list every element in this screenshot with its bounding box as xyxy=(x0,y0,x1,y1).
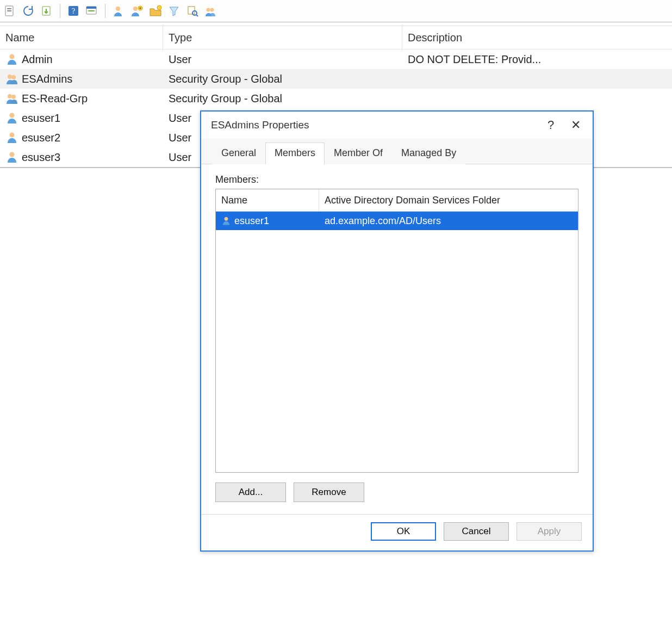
item-type: User xyxy=(169,53,191,66)
list-row[interactable]: ES-Read-GrpSecurity Group - Global xyxy=(0,89,672,108)
help-icon[interactable]: ? xyxy=(66,3,81,18)
list-cell-name: esuser3 xyxy=(0,151,163,164)
member-name-cell: esuser1 xyxy=(216,215,319,227)
item-name: esuser1 xyxy=(22,112,60,125)
list-cell-name: esuser1 xyxy=(0,112,163,125)
svg-point-18 xyxy=(10,54,15,59)
new-folder-icon[interactable] xyxy=(148,3,163,18)
member-folder: ad.example.com/AD/Users xyxy=(325,215,441,227)
dialog-tabs: General Members Member Of Managed By xyxy=(201,139,593,164)
svg-point-10 xyxy=(133,7,138,11)
svg-point-21 xyxy=(8,94,12,98)
page-icon[interactable] xyxy=(2,3,17,18)
item-name: ES-Read-Grp xyxy=(22,92,88,105)
members-row[interactable]: esuser1ad.example.com/AD/Users xyxy=(216,212,578,230)
svg-rect-13 xyxy=(188,7,195,14)
find-icon[interactable] xyxy=(185,3,200,18)
list-cell-name: ESAdmins xyxy=(0,72,163,85)
members-label: Members: xyxy=(215,174,578,185)
help-button[interactable]: ? xyxy=(538,114,563,136)
svg-point-20 xyxy=(11,75,16,79)
item-name: esuser2 xyxy=(22,132,60,144)
apply-button: Apply xyxy=(517,522,582,541)
svg-point-25 xyxy=(10,152,15,157)
svg-point-9 xyxy=(116,7,120,11)
members-button-row: Add... Remove xyxy=(215,482,578,502)
remove-button[interactable]: Remove xyxy=(294,482,364,502)
member-folder-cell: ad.example.com/AD/Users xyxy=(319,215,578,227)
refresh-icon[interactable] xyxy=(21,3,36,18)
members-col-name[interactable]: Name xyxy=(216,189,319,211)
column-header-description[interactable]: Description xyxy=(402,24,672,51)
svg-rect-2 xyxy=(7,10,11,11)
list-cell-name: esuser2 xyxy=(0,131,163,144)
properties-icon[interactable] xyxy=(84,3,99,18)
export-icon[interactable] xyxy=(39,3,54,18)
tab-managed-by[interactable]: Managed By xyxy=(392,143,465,164)
item-name: Admin xyxy=(22,53,53,66)
item-type: User xyxy=(169,151,191,164)
column-header-type[interactable]: Type xyxy=(163,24,402,51)
svg-point-23 xyxy=(10,113,15,118)
members-listbox: Name Active Directory Domain Services Fo… xyxy=(215,189,578,473)
svg-text:?: ? xyxy=(72,7,75,15)
dialog-title: ESAdmins Properties xyxy=(211,119,538,131)
svg-point-22 xyxy=(11,95,16,99)
item-type: User xyxy=(169,132,191,144)
svg-rect-8 xyxy=(88,10,95,11)
add-user-icon[interactable] xyxy=(129,3,145,18)
dialog-titlebar: ESAdmins Properties ? ✕ xyxy=(201,112,593,139)
close-button[interactable]: ✕ xyxy=(563,114,588,136)
tab-members[interactable]: Members xyxy=(265,143,325,164)
tab-general[interactable]: General xyxy=(212,143,265,164)
members-header: Name Active Directory Domain Services Fo… xyxy=(216,189,578,212)
svg-point-17 xyxy=(210,8,214,12)
list-cell-type: Security Group - Global xyxy=(163,73,402,85)
toolbar: ? xyxy=(0,0,672,22)
list-header: Name Type Description xyxy=(0,26,672,50)
cancel-button[interactable]: Cancel xyxy=(444,522,509,541)
members-body: esuser1ad.example.com/AD/Users xyxy=(216,212,578,230)
item-type: User xyxy=(169,112,191,125)
new-user-icon[interactable] xyxy=(111,3,126,18)
tab-member-of[interactable]: Member Of xyxy=(325,143,392,164)
list-row[interactable]: AdminUserDO NOT DELETE: Provid... xyxy=(0,50,672,69)
main-content: Name Type Description AdminUserDO NOT DE… xyxy=(0,26,672,631)
list-cell-description: DO NOT DELETE: Provid... xyxy=(402,53,672,66)
list-row[interactable]: ESAdminsSecurity Group - Global xyxy=(0,69,672,89)
svg-rect-7 xyxy=(86,7,96,9)
filter-icon[interactable] xyxy=(166,3,182,18)
dialog-footer: OK Cancel Apply xyxy=(201,514,593,550)
list-cell-name: Admin xyxy=(0,53,163,66)
svg-line-15 xyxy=(196,15,198,16)
new-group-icon[interactable] xyxy=(203,3,219,18)
svg-rect-1 xyxy=(7,8,11,9)
svg-point-16 xyxy=(207,8,210,12)
svg-point-26 xyxy=(225,217,228,221)
ok-button[interactable]: OK xyxy=(371,522,436,541)
properties-dialog: ESAdmins Properties ? ✕ General Members … xyxy=(200,110,594,552)
toolbar-separator xyxy=(105,4,105,18)
svg-point-12 xyxy=(157,5,161,10)
members-col-folder[interactable]: Active Directory Domain Services Folder xyxy=(319,189,578,211)
tab-content-members: Members: Name Active Directory Domain Se… xyxy=(201,164,593,514)
list-cell-type: Security Group - Global xyxy=(163,92,402,105)
item-description: DO NOT DELETE: Provid... xyxy=(408,53,541,66)
list-cell-type: User xyxy=(163,53,402,66)
item-name: ESAdmins xyxy=(22,73,72,85)
svg-point-19 xyxy=(8,75,12,79)
add-button[interactable]: Add... xyxy=(215,482,286,502)
svg-point-24 xyxy=(10,133,15,138)
toolbar-separator xyxy=(60,4,60,18)
list-cell-name: ES-Read-Grp xyxy=(0,92,163,105)
member-name: esuser1 xyxy=(234,215,269,227)
item-type: Security Group - Global xyxy=(169,73,282,85)
column-header-name[interactable]: Name xyxy=(0,24,163,51)
item-name: esuser3 xyxy=(22,151,60,164)
item-type: Security Group - Global xyxy=(169,92,282,105)
